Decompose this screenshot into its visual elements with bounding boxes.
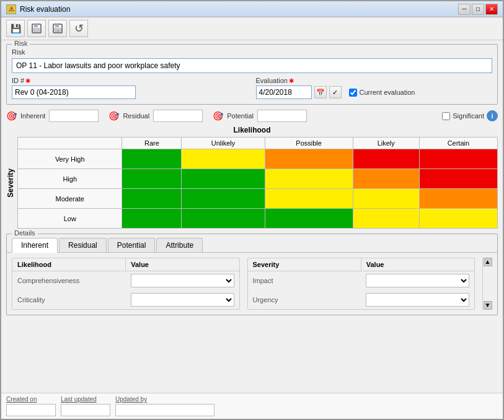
close-button[interactable]: ✕ — [485, 4, 498, 15]
inherent-icon: 🎯 — [6, 111, 17, 121]
col-header-rare: Rare — [122, 138, 182, 149]
scrollbar-area: ▲ ▼ — [482, 258, 492, 310]
cell-h-certain — [419, 169, 497, 189]
col-header-likely: Likely — [353, 138, 419, 149]
risk-group-label: Risk — [12, 40, 30, 47]
inherent-input[interactable] — [49, 110, 99, 122]
info-icon[interactable]: i — [487, 110, 498, 121]
tab-potential[interactable]: Potential — [108, 238, 156, 252]
save-as-button[interactable] — [27, 20, 46, 37]
title-bar: ⚠ Risk evaluation ─ □ ✕ — [1, 1, 503, 17]
risk-evaluation-window: ⚠ Risk evaluation ─ □ ✕ 💾 ↗ ↺ — [0, 0, 504, 420]
col-header-empty — [18, 138, 122, 149]
updated-by-label: Updated by — [115, 396, 214, 403]
title-bar-left: ⚠ Risk evaluation — [6, 4, 70, 14]
urgency-label: Urgency — [248, 294, 361, 305]
cell-l-rare — [122, 209, 182, 229]
severity-panel-header: Severity Value — [248, 258, 475, 271]
potential-score-item: 🎯 Potential — [213, 110, 307, 122]
col-header-unlikely: Unlikely — [182, 138, 265, 149]
tab-inherent[interactable]: Inherent — [12, 238, 58, 253]
svg-rect-4 — [55, 24, 59, 27]
minimize-button[interactable]: ─ — [458, 4, 471, 15]
potential-input[interactable] — [257, 110, 307, 122]
row-label-low: Low — [18, 209, 122, 229]
window-title: Risk evaluation — [20, 5, 70, 14]
comprehensiveness-value — [126, 273, 239, 289]
cell-vh-rare — [122, 149, 182, 169]
risk-field-label: Risk — [12, 48, 492, 56]
maximize-button[interactable]: □ — [472, 4, 484, 15]
residual-input[interactable] — [153, 110, 203, 122]
eval-row: 📅 ✓ Current evaluation — [256, 85, 493, 99]
criticality-value — [126, 292, 239, 308]
last-updated-label: Last updated — [61, 396, 110, 403]
check-button[interactable]: ✓ — [329, 86, 342, 98]
updated-by-field: Updated by — [115, 396, 214, 416]
inherent-score-item: 🎯 Inherent — [6, 110, 99, 122]
tab-residual[interactable]: Residual — [59, 238, 107, 252]
impact-row: Impact — [248, 271, 475, 291]
created-on-label: Created on — [6, 396, 56, 403]
toolbar: 💾 ↗ ↺ — [1, 17, 503, 40]
criticality-select[interactable] — [131, 293, 234, 307]
cell-l-possible — [265, 209, 353, 229]
urgency-row: Urgency — [248, 291, 475, 309]
matrix-table: Rare Unlikely Possible Likely Certain Ve… — [17, 137, 498, 229]
svg-rect-2 — [33, 28, 40, 32]
svg-text:↗: ↗ — [56, 29, 59, 33]
id-label: ID # — [12, 77, 24, 84]
matrix-section: Likelihood Severity Rare Unlikely Possib… — [6, 126, 498, 229]
calendar-button[interactable]: 📅 — [314, 86, 327, 98]
row-label-moderate: Moderate — [18, 189, 122, 209]
severity-col-head: Severity — [248, 258, 361, 271]
residual-label: Residual — [123, 112, 149, 120]
app-icon: ⚠ — [6, 4, 16, 14]
col-header-certain: Certain — [419, 138, 497, 149]
eval-date-input[interactable] — [256, 85, 312, 99]
matrix-row-very-high: Very High — [18, 149, 498, 169]
cell-l-unlikely — [182, 209, 265, 229]
urgency-value — [361, 292, 474, 308]
updated-by-input[interactable] — [115, 404, 214, 416]
created-on-input[interactable] — [6, 404, 56, 416]
risk-group: Risk Risk ID # ✱ Evaluation ✱ — [6, 44, 498, 105]
risk-title-input[interactable] — [12, 58, 492, 73]
main-content: Risk Risk ID # ✱ Evaluation ✱ — [1, 40, 503, 393]
comprehensiveness-select[interactable] — [131, 274, 234, 287]
severity-panel: Severity Value Impact Urgency — [247, 258, 475, 310]
cell-h-rare — [122, 169, 182, 189]
id-field: ID # ✱ — [12, 77, 249, 99]
id-input[interactable] — [12, 85, 136, 99]
export-button[interactable]: ↗ — [48, 20, 67, 37]
scroll-down-button[interactable]: ▼ — [484, 301, 492, 310]
cell-vh-certain — [419, 149, 497, 169]
potential-icon: 🎯 — [213, 111, 223, 121]
cell-l-certain — [419, 209, 497, 229]
cell-vh-unlikely — [182, 149, 265, 169]
save-button[interactable]: 💾 — [6, 20, 25, 37]
last-updated-field: Last updated — [61, 396, 110, 416]
cell-m-certain — [419, 189, 497, 209]
matrix-row-high: High — [18, 169, 498, 189]
current-eval-checkbox[interactable] — [349, 89, 357, 97]
tab-attribute[interactable]: Attribute — [156, 238, 203, 252]
row-label-very-high: Very High — [18, 149, 122, 169]
refresh-button[interactable]: ↺ — [69, 20, 88, 37]
cell-h-unlikely — [182, 169, 265, 189]
cell-m-unlikely — [182, 189, 265, 209]
significant-checkbox[interactable] — [442, 112, 450, 120]
matrix-row-low: Low — [18, 209, 498, 229]
urgency-select[interactable] — [366, 293, 469, 307]
impact-select[interactable] — [366, 274, 469, 287]
scroll-up-button[interactable]: ▲ — [484, 258, 492, 266]
last-updated-input[interactable] — [61, 404, 110, 416]
likelihood-col-head: Likelihood — [12, 258, 126, 271]
residual-score-item: 🎯 Residual — [108, 110, 203, 122]
cell-vh-likely — [353, 149, 419, 169]
cell-m-rare — [122, 189, 182, 209]
potential-label: Potential — [227, 112, 254, 120]
scores-row: 🎯 Inherent 🎯 Residual 🎯 Potential Signif… — [6, 110, 498, 122]
severity-label: Severity — [6, 168, 15, 198]
criticality-label: Criticality — [12, 294, 126, 305]
